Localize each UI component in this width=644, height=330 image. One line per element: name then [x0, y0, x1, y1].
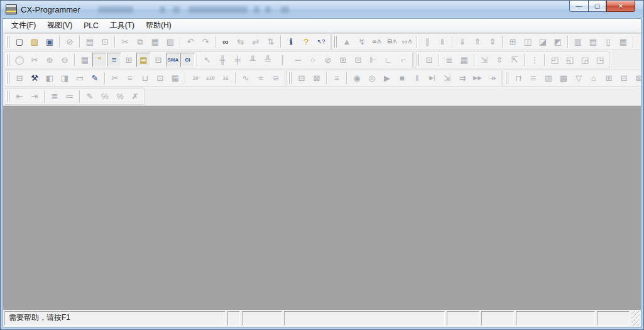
coil-icon: ○: [305, 53, 320, 68]
ci-view-icon[interactable]: CI: [180, 53, 195, 67]
toolbar-grip[interactable]: [505, 72, 509, 84]
contact-nc-icon: ╪: [230, 53, 245, 68]
menu-item-view[interactable]: 视图(V): [41, 19, 78, 32]
toolbar-group: ◯✂⊕⊖▦“≡⊞▤⊟SMACI↖╫╪╨╩│─○⊘⊞⊟⊩∟⌐: [4, 51, 413, 68]
redacted-title-segment: [173, 6, 180, 13]
zoom-region-icon: ✂: [27, 53, 42, 68]
show-comments-icon[interactable]: “: [92, 53, 107, 67]
resume-updating-icon: ◎: [364, 71, 379, 86]
toolbar-separator: [74, 54, 75, 66]
undo-icon: ↶: [183, 35, 198, 50]
minimize-button[interactable]: —: [569, 1, 588, 12]
pause-monitoring-icon: ∥: [420, 35, 435, 50]
toolbar-grip[interactable]: [334, 36, 337, 48]
step-run-icon: ▶|: [425, 71, 440, 86]
force-cancel-icon: ✗: [128, 89, 143, 104]
window-controls: — ▢ ✕: [569, 1, 635, 12]
client-area: 文件(F) 视图(V) PLC 工具(T) 帮助(H) ▢▨▣⊘▤⊡✂⧉▦▧↶↷…: [3, 18, 641, 327]
indent-increase-icon: ⇥: [27, 89, 42, 104]
close-button[interactable]: ✕: [606, 1, 635, 12]
toolbar-grip[interactable]: [288, 72, 292, 84]
or-contact-no-icon: ╨: [245, 53, 260, 68]
zoom-in-icon: ⊕: [42, 53, 57, 68]
toolbar-separator: [79, 90, 80, 102]
show-sections-icon: ⊞: [121, 53, 136, 68]
toolbar-separator: [104, 72, 106, 84]
scan-run-icon: ▶▶: [470, 71, 485, 86]
io-grid-1-icon: ⊞: [601, 71, 616, 86]
find-icon[interactable]: ∞: [218, 35, 233, 50]
online-edit-check-icon: ⇳: [492, 53, 507, 68]
about-icon[interactable]: ℹ: [283, 35, 298, 50]
toolbar-separator: [197, 54, 198, 66]
toolbar-separator: [544, 54, 545, 66]
cycle-time-icon: ∟: [636, 35, 641, 50]
toolbar-grip[interactable]: [6, 90, 10, 102]
redacted-title-segment: [254, 6, 259, 13]
toolbar-separator: [502, 36, 503, 48]
context-help-icon[interactable]: ↖?: [314, 35, 329, 50]
window-zoom-icon: ◱: [562, 53, 577, 68]
status-bar: 需要帮助，请按F1: [3, 310, 641, 327]
toolbar-separator: [326, 72, 327, 84]
menu-item-plc[interactable]: PLC: [78, 20, 104, 31]
properties-icon[interactable]: ✎: [87, 71, 102, 86]
compile-icon: ⊘: [62, 35, 77, 50]
menu-item-file[interactable]: 文件(F): [6, 19, 41, 32]
force-on-icon: ✎: [82, 89, 97, 104]
force-toggle-icon: %: [112, 89, 128, 104]
maximize-button[interactable]: ▢: [588, 1, 606, 12]
zoom-out-icon: ⊖: [57, 53, 72, 68]
menu-item-tools[interactable]: 工具(T): [104, 19, 140, 32]
toolbar-grip[interactable]: [6, 72, 10, 84]
toolbar-separator: [524, 54, 525, 66]
run-to-break-icon: ↠: [485, 71, 500, 86]
new-file-icon[interactable]: ▢: [12, 35, 27, 50]
show-rungs-icon[interactable]: ▤: [136, 53, 151, 67]
horizontal-line-icon: ─: [290, 53, 305, 68]
online-edit-send-icon: ⇲: [477, 53, 492, 68]
open-file-icon[interactable]: ▨: [27, 35, 42, 50]
online-find-warning-icon[interactable]: ∞⚠: [369, 35, 385, 50]
plc-settings-icon: ▤: [586, 35, 601, 50]
transfer-warning-icon[interactable]: ⊟⚠: [385, 35, 400, 50]
send-command-icon: ≡: [329, 71, 344, 86]
find-replace-icon: ⇌: [248, 35, 263, 50]
online-edit-cancel-icon: ⇱: [507, 53, 522, 68]
toolbar-separator: [185, 72, 186, 84]
replace-icon: ⇆: [233, 35, 248, 50]
help-icon[interactable]: ?: [298, 35, 314, 50]
toolbar-separator: [417, 36, 418, 48]
decimal-icon: 10: [188, 71, 203, 86]
error-log-icon: ▦: [616, 35, 631, 50]
resize-grip[interactable]: [631, 311, 640, 326]
memory-view-icon: ≡: [123, 71, 138, 86]
window-check-icon: ◳: [592, 53, 608, 68]
plc-tools-icon[interactable]: ⚒: [27, 71, 42, 86]
find-dialog-icon: ◨: [57, 71, 72, 86]
window-title: CX-Programmer: [21, 5, 80, 14]
redacted-title-segment: [160, 6, 165, 13]
jump-list-icon: ≔: [62, 89, 77, 104]
output-window-icon: ⊡: [153, 71, 168, 86]
save-icon[interactable]: ▣: [42, 35, 57, 50]
menu-item-help[interactable]: 帮助(H): [140, 19, 177, 32]
toolbar-separator: [79, 36, 80, 48]
contact-no-icon: ╫: [215, 53, 230, 68]
continuous-step-icon: ⇉: [455, 71, 470, 86]
toolbar-group: ▲↯∞⚠⊟⚠▭⚠∥‖⇓⇑⇕⊞◫◪◩▥▤▯▦∟⊥: [331, 33, 641, 50]
title-bar[interactable]: CX-Programmer — ▢ ✕: [1, 1, 643, 18]
comment-list-icon: ≣: [47, 89, 62, 104]
paste-icon: ▦: [148, 35, 163, 50]
toolbar-grip[interactable]: [416, 54, 420, 66]
toolbar-grip[interactable]: [6, 36, 10, 48]
status-panel: [516, 311, 595, 326]
toolbar-grip[interactable]: [6, 54, 10, 66]
watch-window-icon: ▦: [168, 71, 183, 86]
program-check-icon: ◫: [520, 35, 535, 50]
mnemonics-view-icon[interactable]: SMA: [166, 53, 180, 67]
plc-warning-icon[interactable]: ▭⚠: [400, 35, 415, 50]
filter-icon: ▽: [571, 71, 586, 86]
toolbar-separator: [235, 72, 236, 84]
show-rung-annotations-icon[interactable]: ≡: [107, 53, 121, 67]
